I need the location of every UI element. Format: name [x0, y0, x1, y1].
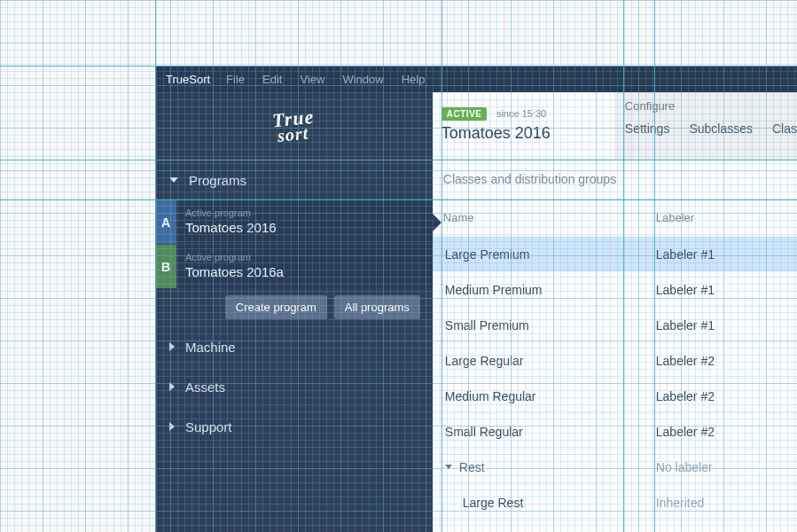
program-a-title: Tomatoes 2016: [185, 220, 424, 235]
nav-programs[interactable]: Programs: [155, 160, 433, 200]
menu-edit[interactable]: Edit: [262, 73, 282, 86]
program-item-a[interactable]: A Active program Tomatoes 2016: [155, 200, 433, 244]
row-name: Small Premium: [433, 318, 649, 332]
menu-view[interactable]: View: [300, 73, 324, 86]
row-labeler: Labeler #2: [649, 425, 797, 439]
status-badge: ACTIVE: [441, 107, 488, 121]
page-title: Tomatoes 2016: [441, 124, 614, 143]
rest-sub-labeler: Inherited: [649, 496, 797, 510]
row-name: Medium Premium: [433, 283, 649, 297]
nav-assets-label: Assets: [185, 379, 225, 395]
row-labeler: Labeler #2: [649, 354, 797, 368]
col-labeler-header: Labeler: [649, 211, 797, 224]
create-program-button[interactable]: Create program: [225, 295, 327, 319]
program-badge-a: A: [155, 200, 176, 244]
program-a-sublabel: Active program: [185, 207, 424, 218]
row-name: Large Premium: [433, 247, 649, 262]
rest-labeler: No labeler: [649, 460, 797, 474]
rest-label: Rest: [459, 460, 485, 474]
chevron-right-icon: [169, 342, 175, 351]
main-header: ACTIVE since 15:30 Tomatoes 2016 Configu…: [433, 92, 797, 160]
program-b-title: Tomatoes 2016a: [185, 264, 424, 279]
table-row[interactable]: Small Premium Labeler #1: [433, 308, 797, 343]
row-name: Large Regular: [433, 354, 649, 368]
rest-sub-row[interactable]: Large Rest Inherited: [433, 485, 797, 520]
chevron-down-icon: [445, 465, 452, 469]
menu-window[interactable]: Window: [342, 73, 383, 86]
nav-support[interactable]: Support: [155, 406, 433, 446]
tab-clas[interactable]: Clas: [772, 121, 797, 143]
row-labeler: Labeler #1: [649, 283, 797, 297]
table-row[interactable]: Small Regular Labeler #2: [433, 414, 797, 450]
table-row[interactable]: Large Regular Labeler #2: [433, 343, 797, 379]
program-badge-b: B: [155, 245, 176, 288]
nav-machine[interactable]: Machine: [155, 326, 433, 366]
chevron-right-icon: [169, 382, 175, 391]
nav-machine-label: Machine: [185, 340, 236, 355]
logo: True sort: [155, 92, 433, 160]
row-name: Medium Regular: [433, 389, 649, 403]
tab-subclasses[interactable]: Subclasses: [689, 121, 753, 143]
app-window: TrueSort File Edit View Window Help True…: [155, 66, 797, 532]
row-labeler: Labeler #1: [649, 247, 797, 262]
menubar: TrueSort File Edit View Window Help: [155, 66, 797, 92]
main-panel: ACTIVE since 15:30 Tomatoes 2016 Configu…: [433, 92, 797, 532]
tab-settings[interactable]: Settings: [625, 121, 670, 143]
row-labeler: Labeler #2: [649, 389, 797, 403]
nav-support-label: Support: [185, 419, 232, 434]
row-labeler: Labeler #1: [649, 318, 797, 332]
rest-row[interactable]: Rest No labeler: [433, 450, 797, 485]
row-name: Small Regular: [433, 425, 649, 439]
table-header: Name Labeler: [433, 200, 797, 237]
program-b-sublabel: Active program: [185, 252, 424, 262]
menu-file[interactable]: File: [226, 73, 245, 86]
section-title: Classes and distribution groups: [433, 160, 797, 200]
tabs: Settings Subclasses Clas: [625, 121, 797, 143]
sidebar-buttons: Create program All programs: [155, 288, 433, 326]
nav-assets[interactable]: Assets: [155, 366, 433, 406]
configure-label: Configure: [625, 99, 797, 113]
status-since: since 15:30: [496, 108, 546, 119]
sidebar: True sort Programs A Active program Toma…: [155, 92, 433, 532]
nav-programs-label: Programs: [189, 173, 246, 188]
chevron-right-icon: [169, 422, 175, 431]
all-programs-button[interactable]: All programs: [334, 295, 420, 319]
program-item-b[interactable]: B Active program Tomatoes 2016a: [155, 244, 433, 288]
table-row[interactable]: Large Premium Labeler #1: [433, 237, 797, 272]
chevron-down-icon: [169, 177, 178, 183]
app-name: TrueSort: [166, 73, 210, 86]
table-row[interactable]: Medium Premium Labeler #1: [433, 272, 797, 308]
menu-help[interactable]: Help: [402, 73, 426, 86]
col-name-header: Name: [433, 211, 649, 224]
table-row[interactable]: Medium Regular Labeler #2: [433, 379, 797, 414]
rest-sub-name: Large Rest: [433, 496, 649, 510]
